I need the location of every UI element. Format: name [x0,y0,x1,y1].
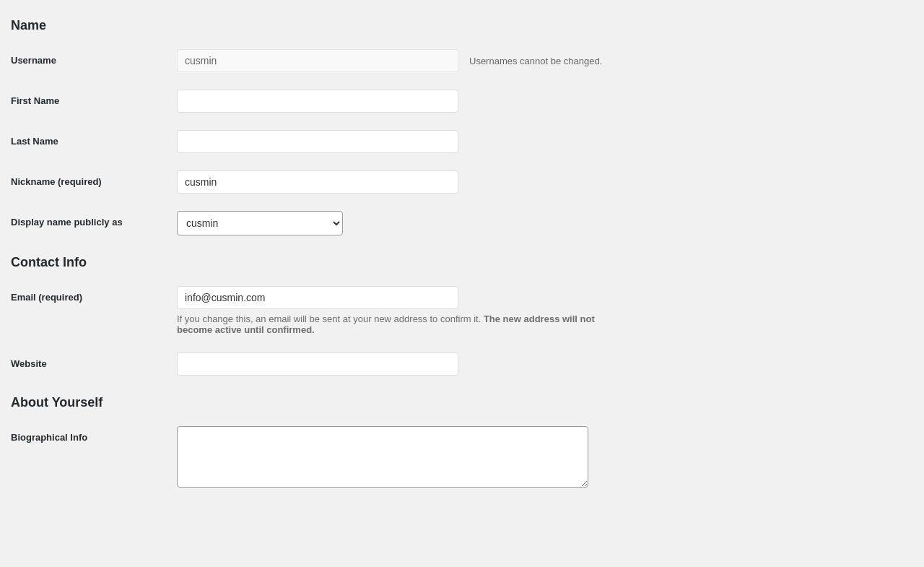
display-name-row: Display name publicly as cusmin [11,202,913,244]
bio-textarea[interactable] [177,426,588,488]
website-label: Website [11,352,177,369]
name-section-heading: Name [11,7,913,40]
first-name-label: First Name [11,90,177,106]
profile-form: Name Username Usernames cannot be change… [0,0,924,506]
website-input[interactable] [177,352,458,376]
email-note-plain: If you change this, an email will be sen… [177,313,481,324]
bio-field [177,426,610,490]
email-field: If you change this, an email will be sen… [177,286,610,335]
last-name-input[interactable] [177,130,458,153]
last-name-label: Last Name [11,130,177,147]
display-name-label: Display name publicly as [11,211,177,228]
username-label: Username [11,49,177,66]
username-field: Usernames cannot be changed. [177,49,610,72]
bio-row: Biographical Info [11,417,913,498]
email-row: Email (required) If you change this, an … [11,277,913,344]
contact-section-heading: Contact Info [11,244,913,277]
last-name-field [177,130,610,153]
email-input[interactable] [177,286,458,309]
username-note: Usernames cannot be changed. [469,56,602,66]
display-name-select[interactable]: cusmin [177,211,343,235]
first-name-input[interactable] [177,90,458,113]
website-field [177,352,610,376]
nickname-input[interactable] [177,170,458,194]
email-note: If you change this, an email will be sen… [177,313,610,335]
display-name-field: cusmin [177,211,610,235]
email-label: Email (required) [11,286,177,303]
first-name-field [177,90,610,113]
about-section-heading: About Yourself [11,384,913,417]
bio-label: Biographical Info [11,426,177,443]
nickname-row: Nickname (required) [11,162,913,202]
nickname-label: Nickname (required) [11,170,177,187]
last-name-row: Last Name [11,121,913,162]
first-name-row: First Name [11,81,913,121]
username-input [177,49,458,72]
nickname-field [177,170,610,194]
username-row: Username Usernames cannot be changed. [11,40,913,81]
website-row: Website [11,344,913,384]
